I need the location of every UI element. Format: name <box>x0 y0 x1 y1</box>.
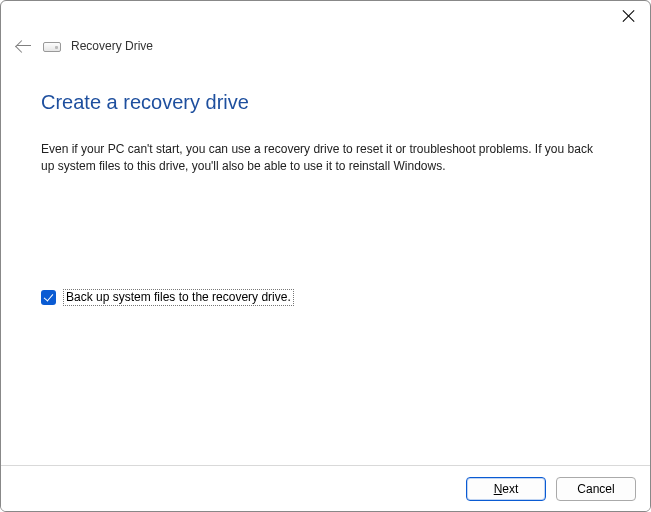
backup-checkbox-label[interactable]: Back up system files to the recovery dri… <box>63 289 294 306</box>
footer: Next Cancel <box>1 465 650 511</box>
drive-icon <box>43 42 61 52</box>
title-bar <box>1 1 650 31</box>
cancel-button[interactable]: Cancel <box>556 477 636 501</box>
close-icon[interactable] <box>622 9 636 23</box>
next-button[interactable]: Next <box>466 477 546 501</box>
checkbox-checked-icon[interactable] <box>41 290 56 305</box>
header-row: Recovery Drive <box>15 39 636 53</box>
back-arrow-icon[interactable] <box>15 39 33 53</box>
next-button-rest: ext <box>502 482 518 496</box>
page-description: Even if your PC can't start, you can use… <box>41 141 600 176</box>
window-title: Recovery Drive <box>71 39 153 53</box>
page-title: Create a recovery drive <box>41 91 249 114</box>
backup-checkbox-row[interactable]: Back up system files to the recovery dri… <box>41 289 294 306</box>
